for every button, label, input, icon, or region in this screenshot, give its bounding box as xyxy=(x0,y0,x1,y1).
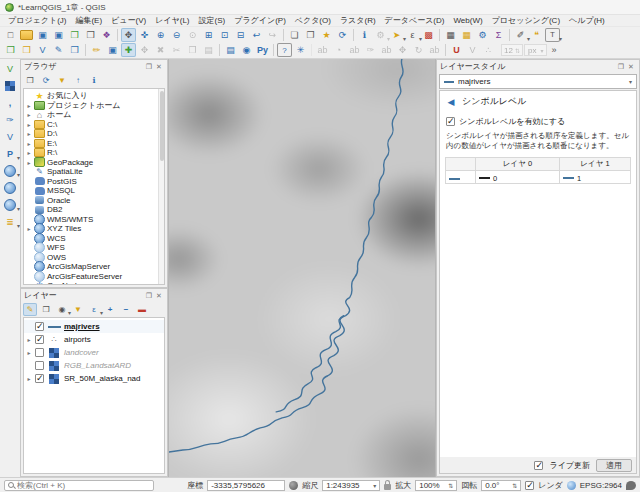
layer-item-sr-50m-alaska-nad[interactable]: ▸ SR_50M_alaska_nad xyxy=(24,372,164,385)
menu-database[interactable]: データベース(D) xyxy=(381,15,449,26)
text-annotation-button[interactable]: T xyxy=(545,28,560,42)
copy-features-button[interactable]: ❐ xyxy=(185,43,200,57)
rotate-label-button[interactable]: ↻ xyxy=(411,43,426,57)
delete-selected-button[interactable]: ✖ xyxy=(153,43,168,57)
add-delimited-text-layer-button[interactable]: , xyxy=(2,95,18,110)
layer-checkbox[interactable] xyxy=(35,361,44,370)
toolbar-overflow-button[interactable]: » xyxy=(551,45,556,55)
add-oracle-layer-button[interactable] xyxy=(2,180,18,195)
browser-item-drive-d[interactable]: ▸ D:\ xyxy=(26,129,164,139)
browser-filter-button[interactable]: ▼ xyxy=(55,74,69,87)
python-console-button[interactable]: Py xyxy=(255,43,270,57)
expander-icon[interactable]: ▸ xyxy=(26,121,32,128)
messages-button[interactable] xyxy=(626,481,636,490)
menu-raster[interactable]: ラスタ(R) xyxy=(336,15,380,26)
expander-icon[interactable]: ▸ xyxy=(26,130,32,137)
expander-icon[interactable]: ▸ xyxy=(26,111,32,118)
expander-icon[interactable]: ▸ xyxy=(26,159,32,166)
browser-item-drive-c[interactable]: ▸ C:\ xyxy=(26,120,164,130)
new-spatialite-layer-button[interactable]: ✎ xyxy=(51,43,66,57)
scale-lock-icon[interactable] xyxy=(384,484,391,490)
browser-item-wms-wmts[interactable]: WMS/WMTS xyxy=(26,215,164,225)
browser-item-drive-r[interactable]: ▸ R:\ xyxy=(26,148,164,158)
menu-vector[interactable]: ベクタ(O) xyxy=(291,15,335,26)
toggle-extents-display-button[interactable] xyxy=(289,481,298,490)
rotation-spinner[interactable]: 0.0° ⇅ xyxy=(481,480,521,491)
zoom-to-layer-button[interactable]: ⊟ xyxy=(233,28,248,42)
statistics-button[interactable]: Σ xyxy=(491,28,506,42)
plugin-button[interactable]: ✳ xyxy=(293,43,308,57)
add-wms-layer-button[interactable] xyxy=(2,197,18,212)
layer-checkbox[interactable] xyxy=(35,335,44,344)
add-postgis-layer-button[interactable]: P xyxy=(2,146,18,161)
font-unit-combo[interactable]: px ▾ xyxy=(524,44,547,56)
menu-project[interactable]: プロジェクト(J) xyxy=(4,15,70,26)
advanced-digitizing-button[interactable]: V xyxy=(465,43,480,57)
layer0-cell[interactable]: 0 xyxy=(476,171,560,184)
map-canvas[interactable] xyxy=(168,59,436,477)
measure-button[interactable]: ✐ xyxy=(513,28,528,42)
move-label-button[interactable]: ✥ xyxy=(395,43,410,57)
filter-legend-button[interactable]: ▼ xyxy=(71,303,85,316)
browser-item-oracle[interactable]: Oracle xyxy=(26,196,164,206)
browser-item-geonode[interactable]: ✻ GeoNode xyxy=(26,281,164,285)
pin-unpin-labels-button[interactable]: ✑ xyxy=(363,43,378,57)
layer-item-airports[interactable]: ▸ ∴ airports xyxy=(24,333,164,346)
menu-settings[interactable]: 設定(S) xyxy=(195,15,230,26)
browser-undock-button[interactable]: ❐ xyxy=(144,62,154,72)
browser-item-ows[interactable]: OWS xyxy=(26,253,164,263)
style-manager-button[interactable]: ❖ xyxy=(99,28,114,42)
menu-processing[interactable]: プロセッシング(C) xyxy=(488,15,564,26)
add-raster-layer-button[interactable] xyxy=(2,78,18,93)
layer1-cell[interactable]: 1 xyxy=(560,171,631,184)
save-project-as-button[interactable]: ▣ xyxy=(51,28,66,42)
save-project-button[interactable]: ▣ xyxy=(35,28,50,42)
collapse-all-button[interactable]: − xyxy=(119,303,133,316)
menu-help[interactable]: ヘルプ(H) xyxy=(565,15,609,26)
browser-item-wcs[interactable]: WCS xyxy=(26,234,164,244)
layer-diagram-button[interactable]: ◔ xyxy=(331,43,346,57)
styling-close-button[interactable]: ✕ xyxy=(626,62,636,72)
browser-item-arcgis-feature-server[interactable]: ArcGisFeatureServer xyxy=(26,272,164,282)
layer-checkbox[interactable] xyxy=(35,322,44,331)
run-feature-action-button[interactable]: ⚙ xyxy=(373,28,388,42)
enable-symbol-levels-checkbox[interactable] xyxy=(446,117,455,126)
map-tips-button[interactable]: ❝ xyxy=(529,28,544,42)
styling-undock-button[interactable]: ❐ xyxy=(616,62,626,72)
toggle-editing-button[interactable]: ✏ xyxy=(89,43,104,57)
add-feature-button[interactable]: ✚ xyxy=(121,43,136,57)
layer-labeling-button[interactable]: ab xyxy=(315,43,330,57)
add-group-button[interactable]: ❒ xyxy=(39,303,53,316)
layer-item-rgb-landsatard[interactable]: RGB_LandsatARD xyxy=(24,359,164,372)
identify-features-button[interactable]: ℹ xyxy=(357,28,372,42)
expander-icon[interactable]: ▸ xyxy=(26,336,32,343)
new-project-button[interactable]: □ xyxy=(3,28,18,42)
browser-item-postgis[interactable]: PostGIS xyxy=(26,177,164,187)
zoom-in-button[interactable]: ⊕ xyxy=(153,28,168,42)
change-label-button[interactable]: ab xyxy=(427,43,442,57)
expander-icon[interactable]: ▸ xyxy=(26,375,32,382)
highlight-pinned-labels-button[interactable]: ab xyxy=(347,43,362,57)
magnifier-spinner[interactable]: 100% ⇅ xyxy=(415,480,457,491)
open-attribute-table-button[interactable]: ▦ xyxy=(443,28,458,42)
snapping-button[interactable]: U xyxy=(449,43,464,57)
browser-item-home[interactable]: ▸ ⌂ ホーム xyxy=(26,110,164,120)
browser-item-wfs[interactable]: WFS xyxy=(26,243,164,253)
live-update-checkbox[interactable] xyxy=(534,461,543,470)
manage-map-themes-button[interactable]: ◉ xyxy=(55,303,69,316)
bookmarks-button[interactable]: ★ xyxy=(319,28,334,42)
show-hide-labels-button[interactable]: ab xyxy=(379,43,394,57)
filter-by-expression-button[interactable]: ε xyxy=(87,303,101,316)
new-temporary-scratch-layer-button[interactable]: ❒ xyxy=(67,43,82,57)
new-shapefile-layer-button[interactable]: ❒ xyxy=(19,43,34,57)
browser-add-layers-button[interactable]: ❒ xyxy=(23,74,37,87)
coordinate-input[interactable]: -3335,5795626 xyxy=(207,480,285,491)
field-calculator-button[interactable]: ▦ xyxy=(459,28,474,42)
expander-icon[interactable]: ▸ xyxy=(26,102,32,109)
crs-status-button[interactable]: EPSG:2964 xyxy=(580,481,622,490)
zoom-native-button[interactable]: ⊙ xyxy=(185,28,200,42)
styling-layer-combo[interactable]: majrivers ▾ xyxy=(439,74,637,89)
menu-view[interactable]: ビュー(V) xyxy=(107,15,150,26)
processing-toolbox-button[interactable]: ⚙ xyxy=(475,28,490,42)
new-3d-map-view-button[interactable]: ❐ xyxy=(303,28,318,42)
